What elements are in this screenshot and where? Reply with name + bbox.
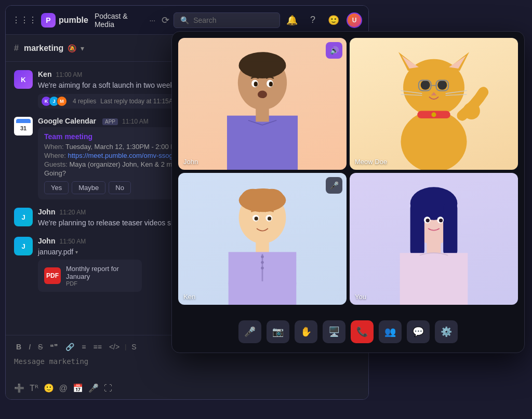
svg-point-41 bbox=[268, 217, 271, 220]
nav-icons: 🔔 ? 🙂 U bbox=[284, 12, 362, 28]
end-call-button[interactable]: 📞 bbox=[351, 320, 374, 343]
more-format-button[interactable]: S bbox=[129, 342, 138, 352]
msg-time-ken: 11:00 AM bbox=[56, 71, 82, 78]
channel-hash: # bbox=[14, 44, 19, 53]
workspace-more-icon[interactable]: ··· bbox=[149, 16, 155, 24]
strikethrough-button[interactable]: S bbox=[36, 342, 45, 352]
pdf-info: Monthly report for January PDF bbox=[66, 265, 136, 287]
svg-point-40 bbox=[255, 217, 258, 220]
guest-john[interactable]: John bbox=[122, 160, 137, 168]
text-format-icon[interactable]: Tᴿ bbox=[30, 383, 38, 393]
code-button[interactable]: </> bbox=[107, 342, 122, 352]
svg-point-11 bbox=[258, 91, 267, 99]
link-button[interactable]: 🔗 bbox=[63, 342, 76, 352]
top-nav: ⋮⋮⋮ P pumble Podcast & Media ··· ⟳ 🔍 🔔 ?… bbox=[6, 6, 368, 35]
fullscreen-icon[interactable]: ⛶ bbox=[104, 384, 112, 393]
user-avatar[interactable]: U bbox=[347, 12, 362, 28]
logo-container: P pumble bbox=[41, 13, 88, 28]
avatar-john-2: J bbox=[14, 237, 33, 255]
chat-button[interactable]: 💬 bbox=[407, 320, 430, 343]
quote-button[interactable]: ❝❞ bbox=[48, 342, 60, 352]
mic-control-button[interactable]: 🎤 bbox=[238, 320, 261, 343]
channel-name: marketing bbox=[24, 44, 63, 53]
where-label: Where: bbox=[44, 152, 68, 159]
svg-point-33 bbox=[431, 112, 436, 117]
search-bar[interactable]: 🔍 bbox=[174, 12, 280, 28]
video-tile-meow: Meow Doe bbox=[350, 38, 518, 170]
rsvp-no[interactable]: No bbox=[109, 181, 131, 194]
svg-point-10 bbox=[269, 82, 273, 86]
svg-point-46 bbox=[261, 255, 263, 258]
svg-rect-6 bbox=[239, 61, 286, 71]
guest-maya[interactable]: Maya bbox=[69, 160, 86, 168]
reply-avatar-3: M bbox=[57, 96, 67, 106]
participant-label-john: John bbox=[183, 158, 198, 166]
reply-count: 4 replies bbox=[73, 98, 96, 105]
bold-button[interactable]: B bbox=[14, 342, 23, 352]
calendar-input-icon[interactable]: 📅 bbox=[73, 383, 83, 393]
reply-avatars: K J M bbox=[41, 96, 64, 106]
msg-time-calendar: 11:10 AM bbox=[122, 118, 149, 125]
notifications-icon[interactable]: 🔔 bbox=[284, 12, 300, 28]
pdf-attachment[interactable]: PDF Monthly report for January PDF bbox=[38, 260, 142, 292]
svg-rect-51 bbox=[410, 201, 424, 258]
participant-figure-ken bbox=[178, 173, 347, 305]
msg-author-john-1: John bbox=[38, 208, 55, 216]
svg-text:31: 31 bbox=[20, 125, 26, 131]
settings-button[interactable]: ⚙️ bbox=[435, 320, 458, 343]
app-logo: P bbox=[41, 13, 56, 28]
participants-button[interactable]: 👥 bbox=[379, 320, 402, 343]
svg-point-47 bbox=[261, 261, 263, 264]
reply-time: Last reply today at 11:15AM bbox=[100, 98, 178, 105]
help-icon[interactable]: ? bbox=[305, 12, 321, 28]
camera-control-button[interactable]: 📷 bbox=[267, 320, 289, 343]
msg-author-calendar: Google Calendar bbox=[38, 117, 96, 125]
guests-label: Guests: bbox=[44, 160, 69, 168]
raise-hand-button[interactable]: ✋ bbox=[295, 320, 317, 343]
svg-rect-13 bbox=[227, 116, 298, 170]
mic-input-icon[interactable]: 🎤 bbox=[88, 383, 99, 393]
file-chevron-icon[interactable]: ▾ bbox=[75, 249, 78, 255]
event-link[interactable]: https://meet.pumble.com/omv-ssog-2... bbox=[68, 152, 185, 159]
svg-rect-59 bbox=[400, 253, 468, 305]
message-input[interactable] bbox=[14, 356, 110, 378]
add-icon[interactable]: ➕ bbox=[14, 383, 24, 393]
emoji-input-icon[interactable]: 🙂 bbox=[44, 383, 54, 393]
guest-ken[interactable]: Ken bbox=[141, 160, 153, 168]
screen-share-button[interactable]: 🖥️ bbox=[323, 320, 345, 343]
rsvp-yes[interactable]: Yes bbox=[44, 181, 69, 194]
participant-figure-meow bbox=[350, 38, 518, 170]
participant-label-meow: Meow Doe bbox=[355, 158, 387, 166]
msg-time-john-2: 11:50 AM bbox=[59, 238, 86, 245]
toolbar-divider: | bbox=[125, 343, 126, 350]
grid-icon[interactable]: ⋮⋮⋮ bbox=[12, 15, 37, 25]
mic-indicator-ken: 🎤 bbox=[326, 177, 342, 194]
svg-point-15 bbox=[401, 111, 467, 170]
app-badge: APP bbox=[102, 118, 118, 125]
rsvp-maybe[interactable]: Maybe bbox=[72, 181, 105, 194]
svg-rect-52 bbox=[443, 201, 457, 258]
video-grid: 🔊 John bbox=[172, 32, 524, 311]
pdf-type: PDF bbox=[66, 280, 136, 287]
workspace-name[interactable]: Podcast & Media bbox=[95, 12, 145, 29]
video-tile-you: You bbox=[350, 173, 518, 305]
svg-point-21 bbox=[421, 80, 430, 90]
svg-rect-2 bbox=[16, 121, 31, 123]
pdf-icon: PDF bbox=[44, 267, 61, 284]
ordered-list-button[interactable]: ≡≡ bbox=[91, 342, 104, 352]
video-tile-ken: 🎤 Ken bbox=[178, 173, 347, 305]
list-button[interactable]: ≡ bbox=[79, 342, 88, 352]
mute-icon[interactable]: 🔕 bbox=[68, 44, 76, 52]
svg-point-9 bbox=[254, 82, 258, 86]
video-tile-john: 🔊 John bbox=[178, 38, 347, 170]
calendar-svg: 31 bbox=[16, 119, 31, 133]
mention-icon[interactable]: @ bbox=[59, 384, 68, 393]
history-icon[interactable]: ⟳ bbox=[162, 15, 169, 26]
emoji-icon[interactable]: 🙂 bbox=[326, 12, 341, 28]
chevron-down-icon[interactable]: ▾ bbox=[81, 44, 84, 52]
search-input[interactable] bbox=[193, 16, 273, 24]
participant-label-ken: Ken bbox=[183, 293, 195, 301]
mic-indicator-john: 🔊 bbox=[326, 42, 342, 59]
italic-button[interactable]: I bbox=[26, 342, 33, 352]
msg-author-ken: Ken bbox=[38, 70, 51, 78]
